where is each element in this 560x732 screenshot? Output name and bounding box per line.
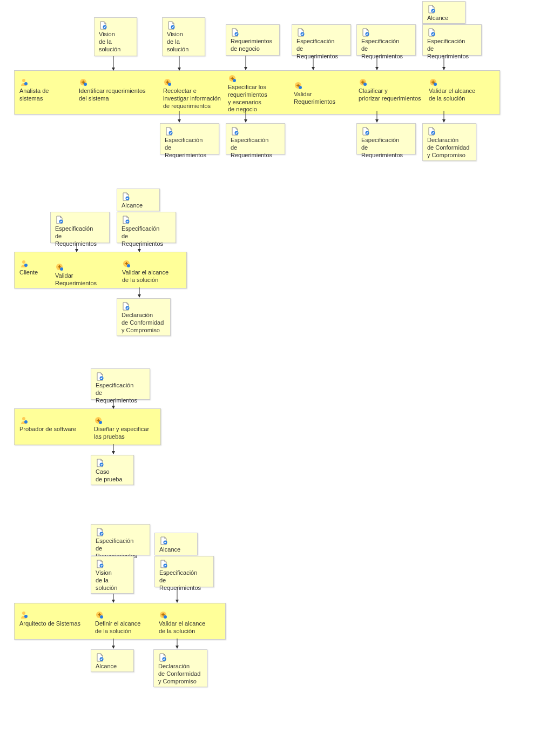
artifact-box[interactable]: Declaraciónde Conformidady Compromiso — [422, 123, 476, 161]
artifact-icon — [96, 653, 104, 662]
artifact-box[interactable]: Visionde lasolución — [91, 556, 134, 594]
svg-point-52 — [99, 421, 102, 424]
artifact-icon — [296, 28, 305, 37]
artifact-box[interactable]: Especificaciónde Requerimientos — [154, 556, 214, 587]
role-analista[interactable]: Analista de sistemas — [17, 77, 71, 104]
artifact-box[interactable]: Requerimientosde negocio — [226, 24, 280, 56]
role-label: Arquitecto de Sistemas — [19, 620, 85, 628]
task-validar-alcance-cliente[interactable]: Validar el alcancede la solución — [120, 258, 179, 285]
task-clasificar[interactable]: Clasificar ypriorizar requerimientos — [356, 77, 427, 104]
artifact-box[interactable]: Especificaciónde Requerimientos — [91, 524, 150, 555]
svg-point-20 — [434, 83, 437, 86]
task-recolectar[interactable]: Recolectar einvestigar informaciónde req… — [161, 77, 231, 111]
dependency-arrow — [108, 444, 119, 456]
artifact-label: Especificaciónde Requerimientos — [427, 38, 477, 60]
role-arquitecto[interactable]: Arquitecto de Sistemas — [17, 609, 87, 629]
artifact-box[interactable]: Especificaciónde Requerimientos — [356, 24, 416, 56]
artifact-label: Declaraciónde Conformidady Compromiso — [427, 137, 471, 159]
task-validar-alcance-arq[interactable]: Validar el alcancede la solución — [157, 609, 216, 636]
artifact-label: Especificaciónde Requerimientos — [159, 569, 209, 592]
artifact-box[interactable]: Alcance — [154, 533, 198, 555]
artifact-label: Alcance — [122, 202, 155, 210]
task-icon — [95, 610, 104, 619]
artifact-box[interactable]: Especificaciónde Requerimientos — [226, 123, 285, 155]
artifact-icon — [159, 560, 168, 568]
task-label: Identificar requerimientosdel sistema — [79, 88, 150, 103]
artifact-box[interactable]: Alcance — [117, 189, 160, 211]
svg-point-65 — [164, 615, 167, 619]
task-validar-req[interactable]: Validar Requerimientos — [292, 80, 356, 107]
task-label: Validar el alcancede la solución — [122, 269, 177, 284]
task-label: Definir el alcancede la solución — [95, 620, 150, 635]
task-definir-alcance[interactable]: Definir el alcancede la solución — [93, 609, 152, 636]
artifact-box[interactable]: Especificaciónde Requerimientos — [356, 123, 416, 155]
svg-point-12 — [168, 83, 171, 86]
svg-point-63 — [100, 615, 103, 619]
artifact-box[interactable]: Alcance — [422, 1, 465, 24]
artifact-box[interactable]: Especificaciónde Requerimientos — [91, 368, 150, 400]
role-label: Probador de software — [19, 426, 79, 433]
artifact-icon — [231, 127, 239, 136]
artifact-label: Alcance — [427, 15, 461, 22]
role-label: Cliente — [19, 269, 48, 277]
role-icon — [19, 610, 28, 619]
task-especificar-escenarios[interactable]: Especificar losrequerimientosy escenario… — [226, 73, 285, 115]
task-icon — [228, 74, 237, 83]
artifact-box[interactable]: Visionde lasolución — [162, 17, 205, 56]
artifact-label: Casode prueba — [96, 468, 129, 483]
task-validar-req-cliente[interactable]: Validar Requerimientos — [53, 261, 118, 288]
artifact-icon — [122, 192, 130, 201]
artifact-box[interactable]: Casode prueba — [91, 455, 134, 485]
role-icon — [19, 259, 28, 268]
task-icon — [94, 416, 103, 425]
task-label: Validar el alcancede la solución — [429, 88, 484, 103]
task-disenar-pruebas[interactable]: Diseñar y especificarlas pruebas — [92, 415, 157, 442]
artifact-icon — [122, 216, 130, 224]
artifact-box[interactable]: Alcance — [91, 649, 134, 672]
task-label: Clasificar ypriorizar requerimientos — [359, 88, 424, 103]
task-identificar-req[interactable]: Identificar requerimientosdel sistema — [77, 77, 152, 104]
artifact-label: Visionde lasolución — [99, 31, 132, 53]
artifact-box[interactable]: Especificaciónde Requerimientos — [160, 123, 219, 155]
artifact-icon — [96, 560, 104, 568]
svg-point-50 — [24, 420, 28, 424]
role-probador[interactable]: Probador de software — [17, 415, 81, 434]
svg-point-60 — [22, 612, 25, 615]
artifact-label: Especificaciónde Requerimientos — [231, 137, 280, 159]
artifact-box[interactable]: Especificaciónde Requerimientos — [117, 212, 176, 243]
artifact-box[interactable]: Declaraciónde Conformidady Compromiso — [153, 649, 207, 687]
task-icon — [79, 78, 87, 86]
artifact-icon — [427, 5, 436, 14]
artifact-label: Declaraciónde Conformidady Compromiso — [158, 663, 203, 685]
artifact-box[interactable]: Declaraciónde Conformidady Compromiso — [117, 298, 171, 336]
artifact-box[interactable]: Especificaciónde Requerimientos — [422, 24, 482, 56]
task-icon — [122, 259, 131, 268]
artifact-label: Requerimientosde negocio — [231, 38, 275, 53]
artifact-box[interactable]: Visionde lasolución — [94, 17, 137, 56]
artifact-label: Especificaciónde Requerimientos — [361, 137, 411, 159]
task-label: Especificar losrequerimientosy escenario… — [228, 84, 283, 113]
artifact-icon — [361, 127, 370, 136]
artifact-icon — [167, 21, 176, 30]
task-validar-alcance[interactable]: Validar el alcancede la solución — [427, 77, 486, 104]
task-icon — [429, 78, 437, 86]
role-icon — [19, 416, 28, 425]
task-icon — [163, 78, 172, 86]
artifact-icon — [427, 127, 436, 136]
svg-point-43 — [127, 264, 130, 267]
task-label: Validar Requerimientos — [55, 272, 116, 287]
task-label: Recolectar einvestigar informaciónde req… — [163, 88, 229, 110]
artifact-icon — [427, 28, 436, 37]
artifact-label: Especificaciónde Requerimientos — [165, 137, 214, 159]
artifact-box[interactable]: Especificaciónde Requerimientos — [292, 24, 351, 56]
svg-point-16 — [299, 86, 302, 89]
dependency-arrow — [108, 639, 119, 650]
svg-point-7 — [22, 79, 25, 82]
task-label: Validar Requerimientos — [294, 91, 354, 106]
role-cliente[interactable]: Cliente — [17, 258, 50, 278]
artifact-box[interactable]: Especificaciónde Requerimientos — [50, 212, 110, 243]
artifact-icon — [99, 21, 107, 30]
svg-point-14 — [233, 79, 236, 82]
artifact-icon — [122, 302, 130, 311]
dependency-arrow — [134, 287, 145, 299]
